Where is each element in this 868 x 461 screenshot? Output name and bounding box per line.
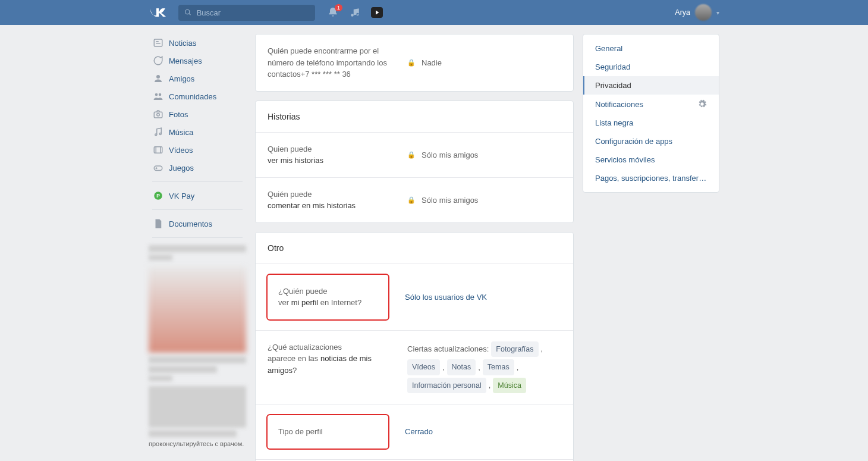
tag-videos[interactable]: Vídeos xyxy=(407,359,440,375)
message-icon xyxy=(152,55,164,67)
svg-point-6 xyxy=(155,93,158,96)
pay-icon: P xyxy=(152,190,164,202)
nav-notifications[interactable]: Notificaciones xyxy=(583,95,719,114)
film-icon xyxy=(152,144,164,156)
sidebar-item-communities[interactable]: Comunidades xyxy=(149,87,246,105)
sidebar-item-friends[interactable]: Amigos xyxy=(149,70,246,87)
user-name: Arya xyxy=(675,8,690,17)
settings-nav: General Seguridad Privacidad Notificacio… xyxy=(583,34,719,193)
updates-prefix: Ciertas actualizaciones: xyxy=(407,342,489,356)
sidebar-label: Mensajes xyxy=(169,57,202,65)
sidebar-label: Amigos xyxy=(169,74,194,83)
value-text: Nadie xyxy=(422,58,442,67)
tag-notes[interactable]: Notas xyxy=(447,359,476,375)
lock-icon: 🔒 xyxy=(407,151,416,159)
nav-security[interactable]: Seguridad xyxy=(583,58,719,76)
privacy-row-updates: ¿Qué actualizaciones aparece en las noti… xyxy=(256,331,573,405)
stories-panel: Historias Quien puede ver mis historias … xyxy=(255,101,574,223)
user-menu[interactable]: Arya ▾ xyxy=(675,4,719,21)
svg-point-0 xyxy=(185,10,190,14)
sidebar-label: Documentos xyxy=(169,219,212,228)
sidebar-item-messages[interactable]: Mensajes xyxy=(149,52,246,70)
privacy-row-profile-type: Tipo de perfil Cerrado xyxy=(256,404,573,460)
header: 1 Arya ▾ xyxy=(0,0,868,25)
gamepad-icon xyxy=(152,162,164,174)
sidebar-item-news[interactable]: Noticias xyxy=(149,34,246,52)
row-label: Quién puede encontrarme por el número de… xyxy=(268,45,407,80)
lock-icon: 🔒 xyxy=(407,59,416,67)
svg-text:P: P xyxy=(156,193,160,199)
tag-photos[interactable]: Fotografías xyxy=(491,341,538,357)
music-note-icon xyxy=(152,126,164,138)
sidebar-label: Vídeos xyxy=(169,146,193,155)
tag-personal[interactable]: Información personal xyxy=(407,378,486,394)
sidebar-item-games[interactable]: Juegos xyxy=(149,159,246,177)
friends-icon xyxy=(152,73,164,84)
svg-point-9 xyxy=(157,114,160,117)
sidebar-label: Juegos xyxy=(169,164,194,173)
panel-header: Otro xyxy=(256,233,573,264)
sidebar-label: Comunidades xyxy=(169,92,216,101)
chevron-down-icon: ▾ xyxy=(716,10,719,16)
communities-icon xyxy=(152,90,164,102)
search-input[interactable] xyxy=(197,8,309,17)
privacy-value[interactable]: 🔒 Sólo mis amigos xyxy=(407,189,561,212)
document-icon xyxy=(152,218,164,230)
tag-topics[interactable]: Temas xyxy=(483,359,514,375)
value-link: Cerrado xyxy=(405,427,433,436)
avatar xyxy=(695,4,712,21)
privacy-value[interactable]: Sólo los usuarios de VK xyxy=(405,293,561,302)
privacy-value[interactable]: Ciertas actualizaciones: Fotografías, Ví… xyxy=(407,341,561,394)
svg-point-7 xyxy=(159,93,162,96)
svg-point-10 xyxy=(155,134,157,136)
vk-logo[interactable] xyxy=(149,7,166,18)
svg-rect-12 xyxy=(154,147,162,153)
privacy-row-comment-stories: Quién puede comentar en mis historias 🔒 … xyxy=(256,178,573,222)
sidebar-label: VK Pay xyxy=(169,192,194,200)
other-panel: Otro ¿Quién puede ver mi perfil en Inter… xyxy=(255,232,574,462)
camera-icon xyxy=(152,108,164,120)
svg-rect-8 xyxy=(154,112,162,118)
video-play-icon[interactable] xyxy=(371,7,383,18)
gear-icon[interactable] xyxy=(697,99,707,109)
sidebar-label: Fotos xyxy=(169,110,188,119)
value-link: Sólo los usuarios de VK xyxy=(405,293,487,302)
privacy-row-profile-visibility: ¿Quién puede ver mi perfil en Internet? … xyxy=(256,264,573,331)
sidebar-item-vkpay[interactable]: P VK Pay xyxy=(149,187,246,205)
nav-mobile[interactable]: Servicios móviles xyxy=(583,150,719,169)
privacy-value[interactable]: 🔒 Sólo mis amigos xyxy=(407,143,561,167)
sidebar-label: Noticias xyxy=(169,39,196,48)
sidebar-item-documents[interactable]: Documentos xyxy=(149,215,246,233)
row-label: ¿Quién puede ver mi perfil en Internet? xyxy=(268,276,388,318)
tag-music[interactable]: Música xyxy=(493,378,526,394)
privacy-row-view-stories: Quien puede ver mis historias 🔒 Sólo mis… xyxy=(256,133,573,178)
panel-header: Historias xyxy=(256,101,573,133)
row-label: Quién puede comentar en mis historias xyxy=(268,189,407,212)
notifications-icon[interactable]: 1 xyxy=(327,7,339,18)
music-icon[interactable] xyxy=(350,7,360,18)
sidebar-item-music[interactable]: Música xyxy=(149,123,246,141)
nav-general[interactable]: General xyxy=(583,39,719,58)
value-text: Sólo mis amigos xyxy=(422,196,478,205)
privacy-row-phone-lookup: Quién puede encontrarme por el número de… xyxy=(256,35,573,91)
svg-point-5 xyxy=(156,75,160,79)
notification-badge: 1 xyxy=(335,4,342,11)
privacy-value[interactable]: Cerrado xyxy=(405,427,561,436)
value-text: Sólo mis amigos xyxy=(422,150,478,159)
lock-icon: 🔒 xyxy=(407,196,416,204)
sidebar-item-videos[interactable]: Vídeos xyxy=(149,141,246,159)
nav-blacklist[interactable]: Lista negra xyxy=(583,114,719,132)
nav-payments[interactable]: Pagos, suscripciones, transferenc… xyxy=(583,169,719,187)
privacy-value[interactable]: 🔒 Nadie xyxy=(407,45,561,80)
ad-disclaimer: проконсультируйтесь с врачом. xyxy=(149,440,246,449)
search-icon xyxy=(184,8,192,17)
nav-privacy[interactable]: Privacidad xyxy=(583,76,719,95)
sidebar-label: Música xyxy=(169,128,193,137)
sidebar-ad[interactable]: проконсультируйтесь с врачом. xyxy=(149,245,246,449)
privacy-contact-panel: Quién puede encontrarme por el número de… xyxy=(255,34,574,92)
sidebar-item-photos[interactable]: Fotos xyxy=(149,105,246,123)
nav-apps[interactable]: Configuración de apps xyxy=(583,132,719,150)
sidebar: Noticias Mensajes Amigos Comunidades Fot… xyxy=(149,34,246,449)
row-label: ¿Qué actualizaciones aparece en las noti… xyxy=(268,341,407,394)
search-box[interactable] xyxy=(178,5,315,21)
